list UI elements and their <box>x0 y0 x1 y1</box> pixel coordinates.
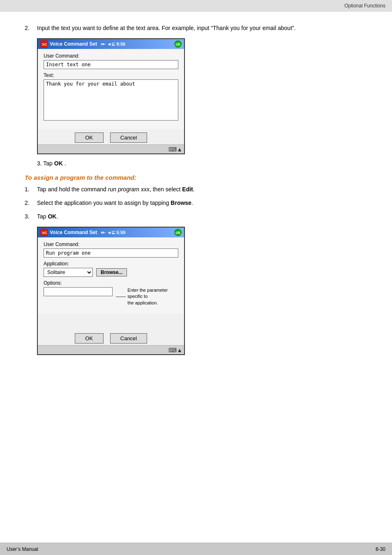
dialog-2-cancel-button[interactable]: Cancel <box>110 333 147 344</box>
step-s2-1: 1. Tap and hold the command run program … <box>25 185 367 194</box>
dialog-1-user-command-label: User Command: <box>44 53 178 59</box>
dialog-1-body: User Command: Text: <box>38 49 184 129</box>
dialog-2-options-container: Enter the parameter specific to the appl… <box>44 287 178 306</box>
dialog-1-user-command-input[interactable] <box>44 60 178 69</box>
step-s2-2-text: Select the application you want to assig… <box>37 199 193 207</box>
step-s2-3-text: Tap OK. <box>37 212 58 221</box>
section-heading: To assign a program to the command: <box>25 174 367 181</box>
top-bar: Optional Functions <box>0 0 392 12</box>
step-3-text-bold: OK <box>54 160 63 167</box>
dialog-2-annotation: Enter the parameter specific to the appl… <box>116 287 178 306</box>
dialog-1-cancel-button[interactable]: Cancel <box>110 132 147 143</box>
top-bar-label: Optional Functions <box>344 3 385 9</box>
dialog-2-options-input[interactable] <box>44 287 113 296</box>
step-2-text: Input the text you want to define at the… <box>37 24 296 33</box>
dialog-1: VC Voice Command Set ⇔· ◄⊆ 9:56 ok User … <box>37 38 185 154</box>
step-s2-2-number: 2. <box>25 199 37 207</box>
step-s2-1-text: Tap and hold the command run program xxx… <box>37 185 195 194</box>
dialog-1-titlebar: VC Voice Command Set ⇔· ◄⊆ 9:56 ok <box>38 39 184 49</box>
dialog-2-app-select[interactable]: Solitaire <box>44 268 93 277</box>
bottom-bar-left: User’s Manual <box>7 546 38 552</box>
dialog-2-titlebar-left: VC Voice Command Set ⇔· ◄⊆ 5:59 <box>40 229 125 236</box>
step-3: 3. Tap OK . <box>37 160 367 167</box>
dialog-2-user-command-label: User Command: <box>44 242 178 247</box>
annotation-line2: the application. <box>127 300 178 306</box>
annotation-line <box>116 297 126 297</box>
dialog-2-icon: VC <box>40 229 48 236</box>
dialog-1-title: Voice Command Set <box>50 41 97 47</box>
dialog-2-user-command-input[interactable] <box>44 248 178 258</box>
main-content: 2. Input the text you want to define at … <box>0 12 392 385</box>
step-s2-3-number: 3. <box>25 212 37 221</box>
step-s2-3: 3. Tap OK. <box>25 212 367 221</box>
dialog-2-ok-badge: ok <box>174 229 182 236</box>
keyboard-icon-2: ⌨▲ <box>168 347 182 353</box>
dialog-1-ok-badge: ok <box>174 40 182 48</box>
annotation-line1: Enter the parameter specific to <box>127 287 178 300</box>
dialog-2-app-row: Solitaire Browse... <box>44 268 178 277</box>
dialog-2-status: ⇔· ◄⊆ 5:59 <box>101 230 125 235</box>
svg-text:VC: VC <box>42 42 47 46</box>
dialog-2-ok-button[interactable]: OK <box>75 333 104 344</box>
step-3-text-prefix: Tap <box>43 160 54 167</box>
dialog-1-buttons: OK Cancel <box>38 132 184 143</box>
step-2-number: 2. <box>25 24 37 33</box>
keyboard-icon-1: ⌨▲ <box>168 146 182 153</box>
dialog-2-footer: ⌨▲ <box>38 345 184 354</box>
dialog-2-application-label: Application: <box>44 261 178 267</box>
bottom-bar: User’s Manual 8-30 <box>0 543 392 555</box>
dialog-1-text-label: Text: <box>44 72 178 78</box>
dialog-2-title: Voice Command Set <box>50 230 97 235</box>
dialog-1-titlebar-left: VC Voice Command Set ⇔· ◄⊆ 9:56 <box>40 40 125 48</box>
dialog-1-status: ⇔· ◄⊆ 9:56 <box>101 42 125 47</box>
dialog-2: VC Voice Command Set ⇔· ◄⊆ 5:59 ok User … <box>37 227 185 355</box>
step-s2-1-number: 1. <box>25 185 37 194</box>
dialog-1-footer: ⌨▲ <box>38 144 184 153</box>
dialog-1-ok-button[interactable]: OK <box>75 132 104 143</box>
step-3-number: 3. <box>37 160 42 167</box>
step-s2-2: 2. Select the application you want to as… <box>25 199 367 207</box>
dialog-2-browse-button[interactable]: Browse... <box>96 268 127 276</box>
dialog-2-options-label: Options: <box>44 280 178 286</box>
svg-text:VC: VC <box>42 231 47 235</box>
step-3-text-suffix: . <box>65 160 66 167</box>
dialog-2-titlebar: VC Voice Command Set ⇔· ◄⊆ 5:59 ok <box>38 228 184 237</box>
bottom-bar-right: 8-30 <box>376 546 385 552</box>
step-2: 2. Input the text you want to define at … <box>25 24 367 33</box>
dialog-1-icon: VC <box>40 40 48 48</box>
dialog-2-body: User Command: Application: Solitaire Bro… <box>38 237 184 313</box>
dialog-1-text-area[interactable] <box>44 79 178 121</box>
dialog-2-buttons: OK Cancel <box>38 333 184 344</box>
dialog-2-spacer <box>38 313 184 330</box>
annotation-text: Enter the parameter specific to the appl… <box>127 287 178 306</box>
